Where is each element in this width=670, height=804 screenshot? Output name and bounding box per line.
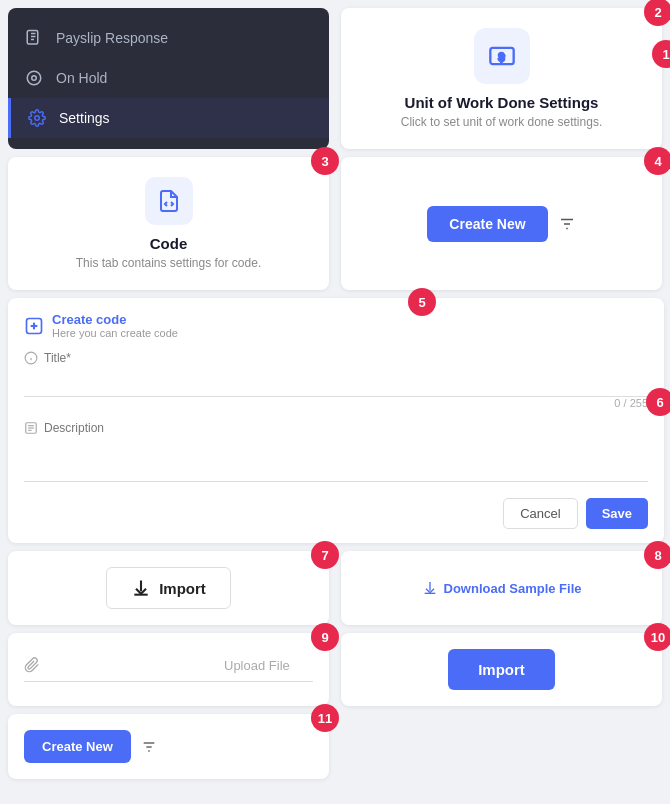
- code-icon-wrapper: [145, 177, 193, 225]
- download-sample-button[interactable]: Download Sample File: [422, 580, 582, 596]
- unit-icon-wrapper: $: [474, 28, 530, 84]
- import-action-button[interactable]: Import: [448, 649, 555, 690]
- plus-icon: [24, 316, 44, 336]
- form-actions: Cancel Save: [24, 498, 648, 529]
- create-code-header: Create code Here you can create code: [24, 312, 648, 339]
- badge-6: 6: [646, 388, 670, 416]
- filter-icon-bottom: [141, 739, 157, 755]
- settings-icon: [27, 108, 47, 128]
- paperclip-icon: [24, 657, 40, 673]
- unit-settings-title: Unit of Work Done Settings: [405, 94, 599, 111]
- upload-card: 9 Upload File: [8, 633, 329, 706]
- badge-10: 10: [644, 623, 670, 651]
- badge-5: 5: [408, 288, 436, 316]
- svg-text:$: $: [498, 51, 504, 63]
- sidebar-item-settings[interactable]: Settings: [8, 98, 329, 138]
- title-label-text: Title*: [44, 351, 71, 365]
- description-label: Description: [24, 421, 648, 435]
- sidebar-item-payslip[interactable]: Payslip Response: [8, 18, 329, 58]
- create-new-bottom-button[interactable]: Create New: [24, 730, 131, 763]
- svg-point-2: [32, 76, 37, 81]
- page-wrapper: 1 Payslip Response On Hold: [0, 0, 670, 787]
- download-card: 8 Download Sample File: [341, 551, 662, 625]
- save-button[interactable]: Save: [586, 498, 648, 529]
- code-tab-card: 3 Code This tab contains settings for co…: [8, 157, 329, 290]
- import-button-label: Import: [159, 580, 206, 597]
- download-button-label: Download Sample File: [444, 581, 582, 596]
- add-icon: [24, 316, 44, 336]
- desc-icon: [24, 421, 38, 435]
- upload-field-label: Upload File: [224, 658, 290, 673]
- import-button[interactable]: Import: [106, 567, 231, 609]
- badge-2: 2: [644, 0, 670, 26]
- code-tab-title: Code: [150, 235, 188, 252]
- dollar-icon: $: [488, 42, 516, 70]
- create-code-form-card: 5 6 Create code Here you can create code: [8, 298, 664, 543]
- code-file-icon: [157, 189, 181, 213]
- unit-settings-card: 2 $ Unit of Work Done Settings Click to …: [341, 8, 662, 149]
- cancel-button[interactable]: Cancel: [503, 498, 577, 529]
- create-code-title: Create code: [52, 312, 178, 327]
- title-label: Title*: [24, 351, 648, 365]
- create-new-top-button[interactable]: Create New: [427, 206, 547, 242]
- file-icon: [24, 28, 44, 48]
- svg-point-3: [35, 116, 40, 121]
- sidebar-onhold-label: On Hold: [56, 70, 107, 86]
- title-input[interactable]: [24, 369, 648, 397]
- create-code-subtitle: Here you can create code: [52, 327, 178, 339]
- unit-settings-subtitle: Click to set unit of work done settings.: [401, 115, 602, 129]
- badge-3: 3: [311, 147, 339, 175]
- download-icon: [422, 580, 438, 596]
- empty-cell: [335, 714, 670, 787]
- title-field-group: Title* 0 / 255: [24, 351, 648, 409]
- import-action-card: 10 Import: [341, 633, 662, 706]
- circle-icon: [24, 68, 44, 88]
- char-count: 0 / 255: [24, 397, 648, 409]
- badge-11: 11: [311, 704, 339, 732]
- upload-file-input[interactable]: [48, 658, 216, 673]
- description-input[interactable]: [24, 439, 648, 482]
- filter-icon: [558, 215, 576, 233]
- badge-4: 4: [644, 147, 670, 175]
- sidebar: 1 Payslip Response On Hold: [8, 8, 329, 149]
- upload-field: Upload File: [24, 657, 313, 682]
- filter-icon-button[interactable]: [558, 215, 576, 233]
- code-tab-subtitle: This tab contains settings for code.: [76, 256, 261, 270]
- import-icon: [131, 578, 151, 598]
- description-label-text: Description: [44, 421, 104, 435]
- sidebar-settings-label: Settings: [59, 110, 110, 126]
- description-field-group: Description: [24, 421, 648, 486]
- create-code-header-text: Create code Here you can create code: [52, 312, 178, 339]
- import-card: 7 Import: [8, 551, 329, 625]
- badge-9: 9: [311, 623, 339, 651]
- sidebar-payslip-label: Payslip Response: [56, 30, 168, 46]
- badge-7: 7: [311, 541, 339, 569]
- sidebar-item-onhold[interactable]: On Hold: [8, 58, 329, 98]
- svg-point-1: [27, 71, 41, 85]
- bottom-create-card: 11 Create New: [8, 714, 329, 779]
- info-icon: [24, 351, 38, 365]
- create-new-top-card: 4 Create New: [341, 157, 662, 290]
- badge-8: 8: [644, 541, 670, 569]
- filter-icon-bottom-button[interactable]: [141, 739, 157, 755]
